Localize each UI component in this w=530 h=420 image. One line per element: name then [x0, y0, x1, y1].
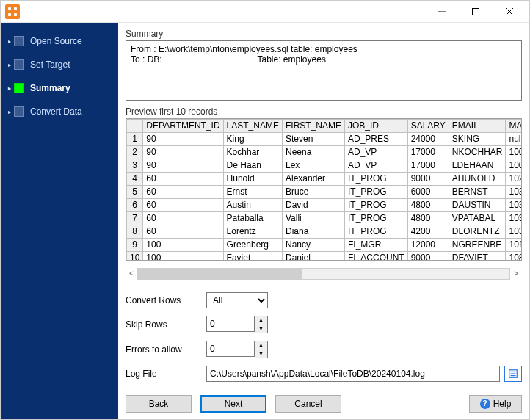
chevron-right-icon: ▸: [8, 85, 11, 92]
cell: 100: [143, 251, 223, 261]
horizontal-scrollbar[interactable]: < >: [126, 267, 522, 280]
table-row[interactable]: 860LorentzDianaIT_PROG4200DLORENTZ103: [127, 225, 523, 238]
cell: 60: [143, 211, 223, 225]
column-header[interactable]: LAST_NAME: [223, 119, 282, 132]
cell: Kochhar: [223, 145, 282, 159]
cell: 101: [506, 238, 522, 251]
cell: 103: [506, 198, 522, 211]
summary-text[interactable]: From : E:\work\temp\nton\employees.sql t…: [126, 40, 522, 101]
nav-open-source[interactable]: ▸ Open Source: [1, 32, 118, 51]
cell: Greenberg: [223, 238, 282, 251]
next-button[interactable]: Next: [200, 395, 266, 413]
table-row[interactable]: 290KochharNeenaAD_VP17000NKOCHHAR100: [127, 145, 523, 159]
table-row[interactable]: 660AustinDavidIT_PROG4800DAUSTIN103: [127, 198, 523, 211]
cell: 12000: [407, 238, 449, 251]
cell: SKING: [449, 132, 506, 145]
cell: 108: [506, 251, 522, 261]
row-number: 2: [127, 145, 143, 159]
row-number: 4: [127, 172, 143, 185]
log-file-label: Log File: [126, 369, 206, 379]
convert-rows-select[interactable]: All: [206, 292, 268, 308]
table-row[interactable]: 390De HaanLexAD_VP17000LDEHAAN100: [127, 159, 523, 172]
cell: Ernst: [223, 185, 282, 198]
cell: Lex: [282, 159, 344, 172]
main-panel: Summary From : E:\work\temp\nton\employe…: [118, 23, 529, 420]
cell: DLORENTZ: [449, 225, 506, 238]
column-header[interactable]: EMAIL: [449, 119, 506, 132]
minimize-button[interactable]: [425, 1, 459, 22]
spin-down-icon[interactable]: ▼: [255, 350, 267, 358]
back-button[interactable]: Back: [126, 395, 192, 413]
preview-table[interactable]: DEPARTMENT_IDLAST_NAMEFIRST_NAMEJOB_IDSA…: [126, 118, 522, 261]
table-row[interactable]: 760PataballaValliIT_PROG4800VPATABAL103: [127, 211, 523, 225]
table-row[interactable]: 10100FavietDanielFI_ACCOUNT9000DFAVIET10…: [127, 251, 523, 261]
column-header[interactable]: SALARY: [407, 119, 449, 132]
step-box-icon: [14, 36, 24, 46]
column-header[interactable]: JOB_ID: [344, 119, 407, 132]
cell: 102: [506, 172, 522, 185]
cell: Bruce: [282, 185, 344, 198]
help-button[interactable]: ? Help: [469, 395, 522, 413]
row-number: 9: [127, 238, 143, 251]
cell: AD_PRES: [344, 132, 407, 145]
cell: 103: [506, 225, 522, 238]
titlebar: [1, 1, 529, 23]
skip-rows-label: Skip Rows: [126, 319, 206, 330]
cancel-button[interactable]: Cancel: [275, 395, 341, 413]
nav-summary[interactable]: ▸ Summary: [1, 79, 118, 98]
column-header[interactable]: FIRST_NAME: [282, 119, 344, 132]
cell: 103: [506, 211, 522, 225]
column-header[interactable]: DEPARTMENT_ID: [143, 119, 223, 132]
cell: AD_VP: [344, 159, 407, 172]
cell: 100: [506, 159, 522, 172]
table-row[interactable]: 9100GreenbergNancyFI_MGR12000NGREENBE101: [127, 238, 523, 251]
app-icon: [5, 4, 20, 19]
table-row[interactable]: 460HunoldAlexanderIT_PROG9000AHUNOLD102: [127, 172, 523, 185]
nav-label: Summary: [30, 83, 70, 93]
close-button[interactable]: [493, 1, 526, 22]
row-number: 7: [127, 211, 143, 225]
cell: IT_PROG: [344, 185, 407, 198]
cell: null: [506, 132, 522, 145]
errors-allow-input[interactable]: [206, 341, 255, 357]
cell: NGREENBE: [449, 238, 506, 251]
cell: 17000: [407, 159, 449, 172]
spin-up-icon[interactable]: ▲: [255, 316, 267, 325]
cell: 100: [143, 238, 223, 251]
scroll-thumb[interactable]: [138, 269, 302, 279]
cell: 9000: [407, 251, 449, 261]
row-number: 8: [127, 225, 143, 238]
cell: Neena: [282, 145, 344, 159]
summary-heading: Summary: [126, 29, 522, 39]
log-file-input[interactable]: [206, 366, 500, 382]
nav-label: Open Source: [30, 36, 82, 46]
maximize-button[interactable]: [459, 1, 493, 22]
cell: 90: [143, 145, 223, 159]
table-row[interactable]: 190KingStevenAD_PRES24000SKINGnull: [127, 132, 523, 145]
scroll-track[interactable]: [137, 268, 510, 280]
nav-set-target[interactable]: ▸ Set Target: [1, 55, 118, 74]
spin-down-icon[interactable]: ▼: [255, 325, 267, 333]
log-browse-button[interactable]: [504, 366, 522, 382]
scroll-left-icon[interactable]: <: [126, 269, 137, 278]
spin-up-icon[interactable]: ▲: [255, 341, 267, 350]
cell: IT_PROG: [344, 172, 407, 185]
column-header[interactable]: MANAG: [506, 119, 522, 132]
nav-label: Convert Data: [30, 106, 82, 117]
skip-rows-input[interactable]: [206, 316, 255, 332]
button-bar: Back Next Cancel ? Help: [126, 395, 522, 416]
help-icon: ?: [480, 399, 490, 409]
cell: IT_PROG: [344, 225, 407, 238]
cell: 103: [506, 185, 522, 198]
row-number: 5: [127, 185, 143, 198]
nav-label: Set Target: [30, 59, 70, 70]
nav-convert-data[interactable]: ▸ Convert Data: [1, 102, 118, 121]
chevron-right-icon: ▸: [8, 109, 11, 115]
cell: 60: [143, 172, 223, 185]
cell: DFAVIET: [449, 251, 506, 261]
cell: LDEHAAN: [449, 159, 506, 172]
table-row[interactable]: 560ErnstBruceIT_PROG6000BERNST103: [127, 185, 523, 198]
scroll-right-icon[interactable]: >: [510, 269, 522, 278]
cell: IT_PROG: [344, 198, 407, 211]
cell: Pataballa: [223, 211, 282, 225]
